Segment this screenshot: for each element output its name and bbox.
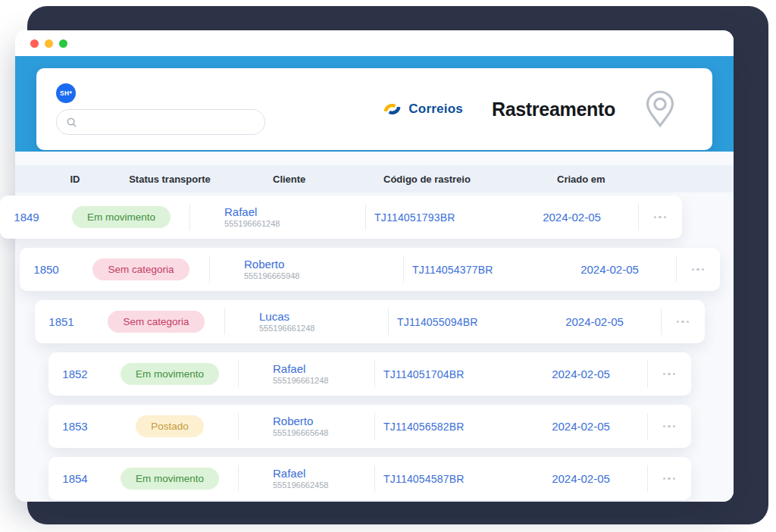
row-menu-button[interactable] <box>659 367 681 382</box>
correios-icon <box>382 100 402 118</box>
table-row[interactable]: 1852Em movimentoRafael555196661248TJ1140… <box>48 352 691 396</box>
client-phone: 555196665648 <box>273 428 328 438</box>
correios-logo: Correios <box>382 100 463 118</box>
row-id: 1850 <box>20 248 73 291</box>
client-phone: 555196661248 <box>273 376 328 386</box>
client-phone: 555196662458 <box>273 480 328 490</box>
actions-cell <box>647 352 691 396</box>
status-cell: Em movimento <box>102 457 238 500</box>
created-date: 2024-02-05 <box>515 457 647 500</box>
table-row[interactable]: 1854Em movimentoRafael555196662458TJ1140… <box>48 457 691 500</box>
client-name: Lucas <box>259 310 289 323</box>
column-header-status: Status transporte <box>102 174 238 185</box>
app-header-band: SH* Correios <box>15 56 734 152</box>
column-header-cliente: Cliente <box>238 174 374 185</box>
window-titlebar <box>15 30 734 56</box>
tracking-code: TJ114056582BR <box>374 405 515 448</box>
table-section: ID Status transporte Cliente Código de r… <box>15 152 734 502</box>
client-cell: Rafael555196662458 <box>238 457 374 500</box>
tracking-code: TJ114051704BR <box>374 352 515 396</box>
search-box[interactable] <box>56 109 265 135</box>
row-menu-button[interactable] <box>649 210 671 225</box>
actions-cell <box>647 457 691 500</box>
status-badge: Em movimento <box>72 206 171 228</box>
client-cell: Roberto555196665648 <box>238 405 374 448</box>
client-phone: 555196661248 <box>259 324 314 333</box>
status-badge: Postado <box>136 415 204 437</box>
column-header-id: ID <box>48 174 102 185</box>
table-body: 1849Em movimentoRafael555196661248TJ1140… <box>15 196 734 500</box>
tracking-code: TJ114055094BR <box>388 300 528 343</box>
actions-cell <box>661 300 705 343</box>
ellipsis-icon <box>663 425 676 428</box>
header-left-group: SH* <box>56 83 265 135</box>
status-cell: Postado <box>102 405 238 448</box>
status-badge: Em movimento <box>120 363 219 385</box>
status-cell: Sem categoria <box>73 248 209 291</box>
column-header-criado: Criado em <box>515 174 647 185</box>
client-cell: Rafael555196661248 <box>189 196 365 239</box>
actions-cell <box>676 248 720 291</box>
search-icon <box>66 117 77 128</box>
minimize-window-button[interactable] <box>45 39 53 48</box>
client-cell: Roberto555196665948 <box>209 248 403 291</box>
client-name: Rafael <box>273 362 305 375</box>
sh-logo-text: SH* <box>60 89 72 97</box>
client-cell: Lucas555196661248 <box>224 300 388 343</box>
row-id: 1849 <box>0 196 53 239</box>
created-date: 2024-02-05 <box>505 196 638 239</box>
browser-window: SH* Correios <box>15 30 734 502</box>
status-badge: Sem categoria <box>108 311 204 333</box>
table-header: ID Status transporte Cliente Código de r… <box>15 165 734 192</box>
screenshot-canvas: SH* Correios <box>0 0 776 532</box>
tracking-code: TJ114051793BR <box>365 196 505 239</box>
correios-wordmark: Correios <box>408 102 463 117</box>
app-header-card: SH* Correios <box>36 68 712 150</box>
tracking-code: TJ114054587BR <box>374 457 515 500</box>
status-cell: Em movimento <box>102 352 238 396</box>
row-id: 1852 <box>48 352 102 396</box>
tracking-code: TJ114054377BR <box>403 248 543 291</box>
client-name: Roberto <box>273 415 313 427</box>
status-badge: Sem categoria <box>92 258 189 280</box>
column-header-codigo: Código de rastreio <box>374 174 515 185</box>
status-cell: Sem categoria <box>88 300 224 343</box>
sh-logo: SH* <box>56 83 76 103</box>
ellipsis-icon <box>663 373 676 376</box>
table-row[interactable]: 1849Em movimentoRafael555196661248TJ1140… <box>0 196 682 239</box>
created-date: 2024-02-05 <box>528 300 661 343</box>
row-menu-button[interactable] <box>672 315 694 330</box>
ellipsis-icon <box>677 321 690 324</box>
client-name: Rafael <box>224 205 257 218</box>
table-row[interactable]: 1851Sem categoriaLucas555196661248TJ1140… <box>35 300 705 343</box>
actions-cell <box>647 405 691 448</box>
created-date: 2024-02-05 <box>515 352 647 396</box>
actions-cell <box>638 196 682 239</box>
status-badge: Em movimento <box>120 468 219 490</box>
ellipsis-icon <box>692 268 705 271</box>
client-name: Roberto <box>244 258 284 271</box>
row-id: 1854 <box>48 457 102 500</box>
client-phone: 555196665948 <box>244 271 299 281</box>
row-id: 1853 <box>48 405 102 448</box>
row-id: 1851 <box>35 300 88 343</box>
ellipsis-icon <box>654 216 667 219</box>
client-name: Rafael <box>273 467 305 480</box>
row-menu-button[interactable] <box>659 419 681 434</box>
created-date: 2024-02-05 <box>515 405 647 448</box>
search-input[interactable] <box>83 116 255 129</box>
table-row[interactable]: 1850Sem categoriaRoberto555196665948TJ11… <box>20 248 720 291</box>
location-pin-icon <box>644 89 676 130</box>
table-row[interactable]: 1853PostadoRoberto555196665648TJ11405658… <box>48 405 691 448</box>
status-cell: Em movimento <box>53 196 189 239</box>
page-title: Rastreamento <box>492 99 615 120</box>
created-date: 2024-02-05 <box>543 248 676 291</box>
row-menu-button[interactable] <box>687 262 709 277</box>
client-phone: 555196661248 <box>224 219 280 229</box>
close-window-button[interactable] <box>30 39 39 48</box>
maximize-window-button[interactable] <box>59 39 67 48</box>
client-cell: Rafael555196661248 <box>238 352 374 396</box>
ellipsis-icon <box>663 477 676 480</box>
row-menu-button[interactable] <box>659 471 681 487</box>
